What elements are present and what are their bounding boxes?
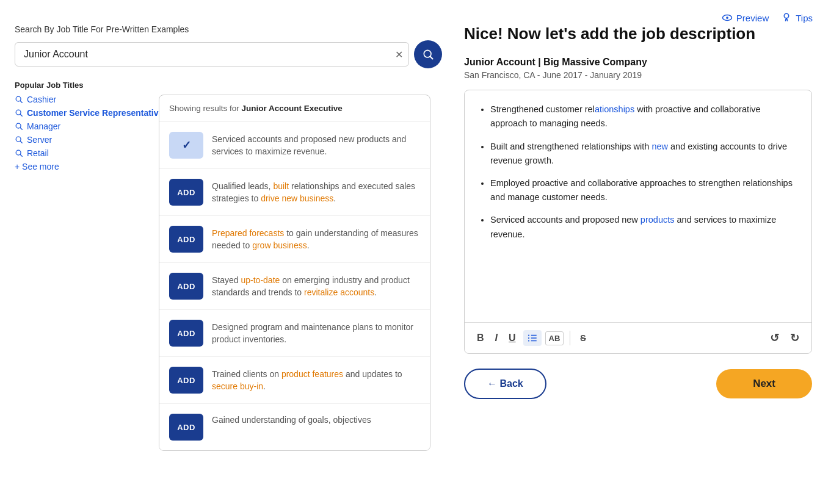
search-label: Search By Job Title For Pre-Written Exam…: [15, 24, 442, 34]
checked-button[interactable]: ✓: [169, 132, 203, 159]
result-item-partial[interactable]: ADD Gained understanding of goals, objec…: [159, 404, 430, 450]
result-item[interactable]: ✓ Serviced accounts and proposed new pro…: [159, 122, 430, 169]
redo-button[interactable]: ↻: [786, 329, 803, 347]
result-text: Qualified leads, built relationships and…: [212, 180, 420, 205]
bold-button[interactable]: B: [473, 330, 488, 346]
bottom-buttons: ← Back Next: [464, 369, 812, 399]
clear-button[interactable]: ✕: [395, 49, 403, 60]
next-label: Next: [753, 378, 775, 389]
preview-button[interactable]: Preview: [722, 12, 769, 23]
underline-button[interactable]: U: [505, 330, 520, 346]
add-button[interactable]: ADD: [169, 414, 203, 441]
back-button[interactable]: ← Back: [464, 369, 546, 399]
svg-point-19: [528, 337, 529, 339]
highlight: secure buy-in: [212, 381, 263, 391]
popular-item-cashier-label: Cashier: [27, 95, 56, 104]
popular-item-csr-label: Customer Service Representative: [27, 108, 163, 118]
search-icon: [15, 122, 23, 131]
result-text: Trained clients on product features and …: [212, 368, 420, 393]
svg-line-10: [20, 128, 22, 129]
result-text: Serviced accounts and proposed new produ…: [212, 133, 420, 158]
see-more-link[interactable]: + See more: [15, 162, 59, 171]
page-title: Nice! Now let's add the job description: [464, 24, 812, 43]
add-button[interactable]: ADD: [169, 320, 203, 347]
popular-item-server-label: Server: [27, 135, 52, 145]
search-icon: [15, 149, 23, 157]
editor-content[interactable]: Strengthened customer relationships with…: [465, 90, 811, 322]
svg-point-20: [528, 340, 529, 342]
results-panel: Showing results for Junior Account Execu…: [159, 95, 430, 451]
svg-line-12: [20, 141, 22, 143]
tips-button[interactable]: Tips: [781, 12, 813, 23]
bullet-3: Employed proactive and collaborative app…: [490, 176, 798, 204]
add-button[interactable]: ADD: [169, 179, 203, 206]
svg-line-8: [20, 114, 22, 116]
job-title: Junior Account | Big Massive Company: [464, 57, 812, 68]
svg-point-1: [726, 16, 728, 19]
preview-icon: [722, 12, 733, 23]
result-item[interactable]: ADD Trained clients on product features …: [159, 357, 430, 404]
search-icon: [15, 95, 23, 104]
search-button[interactable]: [414, 40, 442, 68]
result-text: Designed program and maintenance plans t…: [212, 321, 420, 346]
highlight: up-to-date: [241, 275, 280, 285]
strikethrough-button[interactable]: S: [576, 331, 589, 345]
highlight: drive new business: [261, 193, 333, 203]
result-text: Prepared forecasts to gain understanding…: [212, 227, 420, 252]
add-button[interactable]: ADD: [169, 273, 203, 300]
editor-box: Strengthened customer relationships with…: [464, 90, 812, 354]
bullet-4: Serviced accounts and proposed new produ…: [490, 213, 798, 241]
search-input-wrapper: ✕: [15, 42, 409, 67]
result-text: Stayed up-to-date on emerging industry a…: [212, 274, 420, 299]
top-header: Preview Tips: [722, 12, 813, 23]
result-item[interactable]: ADD Qualified leads, built relationships…: [159, 169, 430, 216]
preview-label: Preview: [736, 13, 769, 23]
spellcheck-button[interactable]: AB: [545, 331, 564, 345]
search-input[interactable]: [15, 42, 409, 67]
undo-button[interactable]: ↺: [766, 329, 783, 347]
right-panel: Nice! Now let's add the job description …: [464, 24, 812, 399]
highlight: revitalize accounts: [304, 287, 374, 297]
highlight: Prepared forecasts: [212, 228, 284, 238]
popular-item-manager-label: Manager: [27, 121, 60, 131]
results-prefix: Showing results for: [169, 104, 242, 113]
search-icon: [15, 109, 23, 117]
highlight: built: [273, 181, 289, 191]
svg-line-4: [430, 57, 433, 59]
next-button[interactable]: Next: [716, 369, 812, 398]
job-meta: San Francisco, CA - June 2017 - January …: [464, 70, 812, 80]
back-label: ← Back: [487, 378, 523, 389]
result-text: Gained understanding of goals, objective…: [212, 414, 371, 426]
toolbar-divider: [570, 331, 570, 345]
editor-toolbar: B I U AB S ↺ ↻: [465, 322, 811, 353]
results-header: Showing results for Junior Account Execu…: [159, 95, 430, 122]
svg-point-18: [528, 335, 529, 336]
add-button[interactable]: ADD: [169, 367, 203, 394]
popular-title: Popular Job Titles: [15, 81, 442, 90]
highlight: grow business: [252, 240, 307, 250]
search-icon: [15, 135, 23, 144]
tips-icon: [781, 12, 792, 23]
search-icon: [422, 48, 434, 60]
bullet-2: Built and strengthened relationships wit…: [490, 140, 798, 168]
svg-line-6: [20, 101, 22, 103]
tips-label: Tips: [796, 13, 813, 23]
svg-point-2: [784, 13, 789, 18]
popular-item-retail-label: Retail: [27, 148, 49, 158]
svg-line-14: [20, 154, 22, 156]
results-term: Junior Account Executive: [242, 104, 343, 113]
result-item[interactable]: ADD Prepared forecasts to gain understan…: [159, 216, 430, 263]
result-item[interactable]: ADD Stayed up-to-date on emerging indust…: [159, 263, 430, 310]
search-row: ✕: [15, 40, 442, 68]
italic-button[interactable]: I: [492, 330, 501, 346]
add-button[interactable]: ADD: [169, 226, 203, 253]
list-button[interactable]: [523, 330, 542, 346]
bullet-1: Strengthened customer relationships with…: [490, 103, 798, 131]
highlight: product features: [281, 369, 343, 379]
list-icon: [527, 333, 538, 344]
result-item[interactable]: ADD Designed program and maintenance pla…: [159, 310, 430, 357]
